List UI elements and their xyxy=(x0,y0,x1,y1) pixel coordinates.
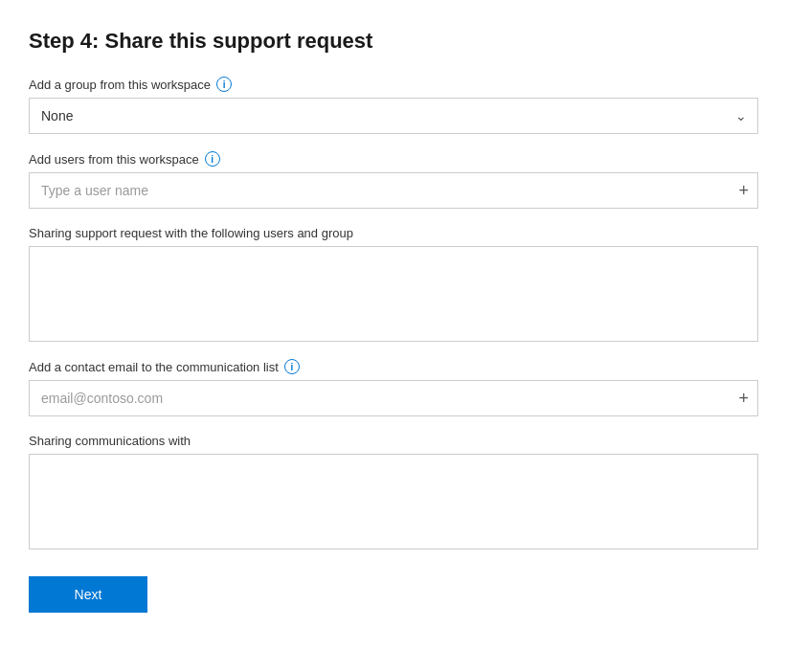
group-info-icon[interactable]: i xyxy=(216,77,232,92)
email-input-wrapper: + xyxy=(29,380,758,416)
sharing-comms-section: Sharing communications with xyxy=(29,434,758,549)
add-email-icon[interactable]: + xyxy=(738,390,749,407)
users-label-text: Add users from this workspace xyxy=(29,152,199,167)
users-section-label: Add users from this workspace i xyxy=(29,151,758,167)
sharing-users-section: Sharing support request with the followi… xyxy=(29,226,758,342)
email-section-label: Add a contact email to the communication… xyxy=(29,359,758,374)
sharing-comms-box xyxy=(29,454,758,549)
sharing-users-label: Sharing support request with the followi… xyxy=(29,226,758,240)
group-section: Add a group from this workspace i None ⌄ xyxy=(29,77,758,134)
sharing-users-content xyxy=(30,247,757,341)
sharing-users-label-text: Sharing support request with the followi… xyxy=(29,226,353,240)
group-dropdown[interactable]: None xyxy=(29,98,758,134)
footer: Next xyxy=(29,567,758,613)
email-label-text: Add a contact email to the communication… xyxy=(29,360,279,374)
sharing-comms-content xyxy=(30,455,757,549)
email-info-icon[interactable]: i xyxy=(284,359,300,374)
next-button[interactable]: Next xyxy=(29,576,147,613)
sharing-comms-label: Sharing communications with xyxy=(29,434,758,448)
sharing-users-box xyxy=(29,246,758,342)
sharing-comms-label-text: Sharing communications with xyxy=(29,434,191,448)
users-search-input[interactable] xyxy=(29,172,758,209)
page-title: Step 4: Share this support request xyxy=(29,29,758,54)
group-section-label: Add a group from this workspace i xyxy=(29,77,758,92)
group-dropdown-wrapper: None ⌄ xyxy=(29,98,758,134)
group-label-text: Add a group from this workspace xyxy=(29,78,211,92)
email-input[interactable] xyxy=(29,380,758,416)
users-info-icon[interactable]: i xyxy=(205,151,220,167)
add-user-icon[interactable]: + xyxy=(738,182,749,199)
email-section: Add a contact email to the communication… xyxy=(29,359,758,416)
users-input-wrapper: + xyxy=(29,172,758,209)
users-section: Add users from this workspace i + xyxy=(29,151,758,209)
